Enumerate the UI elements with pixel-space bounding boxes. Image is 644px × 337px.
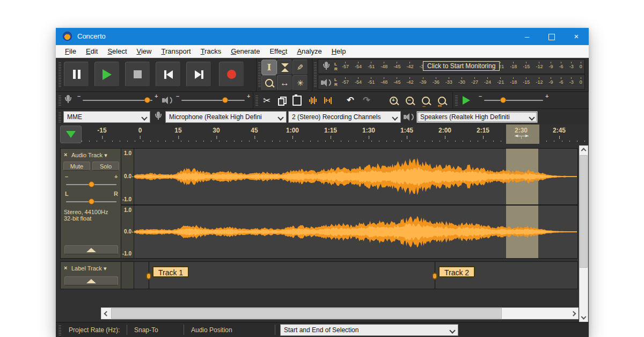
playback-meter[interactable]: LR -57-54-51-48-45-42-39-36-33-30-27-24-… bbox=[318, 75, 585, 90]
fit-project-button[interactable]: ⇿ bbox=[435, 93, 449, 107]
playback-device-dropdown[interactable]: Speakers (Realtek High Definiti bbox=[416, 111, 538, 123]
meter-scale-number: -42 bbox=[406, 62, 413, 69]
menu-generate[interactable]: Generate bbox=[226, 47, 265, 55]
stop-button[interactable] bbox=[125, 62, 150, 87]
toolbar-grip[interactable] bbox=[258, 62, 261, 87]
menu-effect[interactable]: Effect bbox=[265, 47, 292, 55]
waveform-left-channel[interactable] bbox=[134, 149, 577, 204]
copy-button[interactable] bbox=[275, 93, 289, 107]
toolbar-grip[interactable] bbox=[255, 95, 258, 106]
track-canvas[interactable]: × Audio Track ▾ Mute Solo – + L R Stereo… bbox=[56, 144, 589, 322]
playback-volume-slider[interactable] bbox=[181, 100, 245, 101]
label-marker-icon[interactable] bbox=[146, 273, 151, 280]
scroll-left-arrow[interactable] bbox=[101, 308, 111, 319]
slider-knob[interactable] bbox=[144, 97, 150, 103]
menu-view[interactable]: View bbox=[132, 47, 157, 55]
toolbar-grip[interactable] bbox=[58, 325, 61, 335]
play-at-speed-button[interactable] bbox=[459, 93, 473, 107]
meter-scale-number: -6 bbox=[559, 77, 564, 85]
trim-audio-button[interactable] bbox=[306, 93, 320, 107]
monitoring-tooltip[interactable]: Click to Start Monitoring bbox=[423, 61, 500, 71]
zoom-tool-button[interactable] bbox=[261, 75, 277, 91]
scrollbar-thumb[interactable] bbox=[111, 308, 502, 319]
zoom-in-button[interactable]: + bbox=[386, 93, 400, 107]
pause-button[interactable] bbox=[64, 62, 89, 87]
scroll-up-arrow[interactable] bbox=[580, 146, 588, 155]
collapse-icon bbox=[86, 248, 96, 252]
scroll-down-arrow[interactable] bbox=[580, 312, 588, 321]
recording-device-dropdown[interactable]: Microphone (Realtek High Defini bbox=[165, 111, 287, 123]
minimize-button[interactable]: – bbox=[515, 28, 539, 45]
title-bar[interactable]: Concerto – × bbox=[56, 28, 589, 45]
silence-audio-button[interactable] bbox=[321, 93, 335, 107]
slider-knob[interactable] bbox=[222, 97, 228, 103]
collapse-track-button[interactable] bbox=[64, 245, 118, 254]
label-text-box[interactable]: Track 1 bbox=[152, 266, 189, 277]
skip-to-start-button[interactable] bbox=[156, 62, 181, 87]
play-button[interactable] bbox=[94, 62, 120, 87]
toolbar-grip[interactable] bbox=[58, 95, 61, 106]
label-text-box[interactable]: Track 2 bbox=[438, 266, 475, 277]
label-track-panel: × Label Track ▾ bbox=[60, 261, 121, 289]
label-marker-icon[interactable] bbox=[432, 273, 437, 280]
menu-help[interactable]: Help bbox=[327, 47, 351, 55]
maximize-button[interactable] bbox=[539, 28, 564, 45]
zoom-out-button[interactable]: − bbox=[402, 93, 416, 107]
timeshift-tool-button[interactable]: ↔ bbox=[277, 75, 292, 91]
horizontal-scrollbar[interactable] bbox=[101, 307, 579, 319]
gain-slider[interactable] bbox=[66, 184, 116, 185]
pan-slider[interactable] bbox=[66, 201, 116, 202]
slider-knob[interactable] bbox=[89, 181, 94, 187]
label-track-area[interactable]: Track 1Track 2 bbox=[134, 261, 578, 289]
collapse-track-button[interactable] bbox=[64, 276, 118, 285]
toolbar-grip[interactable] bbox=[58, 112, 61, 122]
slider-knob[interactable] bbox=[89, 199, 94, 204]
pinned-play-head-button[interactable] bbox=[60, 126, 82, 143]
close-button[interactable]: × bbox=[564, 28, 589, 45]
playback-speed-slider[interactable] bbox=[484, 100, 543, 101]
record-button[interactable] bbox=[219, 62, 244, 87]
multi-tool-button[interactable]: ✳ bbox=[292, 75, 308, 91]
skip-to-end-button[interactable] bbox=[186, 62, 211, 87]
slider-knob[interactable] bbox=[500, 97, 506, 103]
track-title-menu[interactable]: Label Track ▾ bbox=[71, 265, 106, 272]
timeline-ruler[interactable]: ↔ -1501530451:001:151:301:452:002:152:30… bbox=[56, 124, 589, 144]
toolbar-grip[interactable] bbox=[455, 95, 458, 106]
waveform-right-channel[interactable] bbox=[134, 206, 577, 258]
timeline-label: 1:15 bbox=[324, 127, 337, 134]
menu-file[interactable]: File bbox=[60, 47, 81, 55]
solo-button[interactable]: Solo bbox=[92, 162, 119, 171]
recording-channels-dropdown[interactable]: 2 (Stereo) Recording Channels bbox=[288, 111, 401, 123]
selection-tool-button[interactable]: I bbox=[261, 60, 277, 75]
cut-button[interactable]: ✂ bbox=[260, 93, 274, 107]
track-close-button[interactable]: × bbox=[64, 265, 67, 271]
track-title-menu[interactable]: Audio Track ▾ bbox=[71, 152, 107, 159]
scroll-right-arrow[interactable] bbox=[568, 308, 578, 319]
menu-select[interactable]: Select bbox=[103, 47, 131, 55]
mute-button[interactable]: Mute bbox=[63, 162, 90, 171]
app-icon bbox=[63, 32, 72, 41]
paste-button[interactable] bbox=[290, 93, 304, 107]
track-close-button[interactable]: × bbox=[64, 151, 67, 158]
timeshift-icon: ↔ bbox=[280, 78, 289, 87]
waveform-channel-1[interactable] bbox=[134, 148, 578, 205]
fit-selection-button[interactable]: ↔ bbox=[419, 93, 433, 107]
toolbar-grip[interactable] bbox=[314, 62, 317, 87]
envelope-tool-button[interactable] bbox=[277, 60, 292, 75]
draw-tool-button[interactable]: ✎ bbox=[292, 60, 308, 75]
time-ruler[interactable]: ↔ -1501530451:001:151:301:452:002:152:30… bbox=[82, 124, 586, 144]
scrollbar-thumb[interactable] bbox=[580, 155, 588, 268]
menu-edit[interactable]: Edit bbox=[81, 47, 103, 55]
undo-button[interactable]: ↶ bbox=[343, 93, 357, 107]
menu-transport[interactable]: Transport bbox=[156, 47, 195, 55]
play-icon bbox=[103, 69, 112, 80]
record-volume-slider[interactable] bbox=[83, 100, 152, 101]
menu-tracks[interactable]: Tracks bbox=[196, 47, 226, 55]
vertical-scrollbar[interactable] bbox=[579, 145, 588, 322]
audio-host-dropdown[interactable]: MME bbox=[63, 111, 150, 123]
toolbar-grip[interactable] bbox=[58, 62, 61, 87]
redo-button[interactable]: ↷ bbox=[360, 93, 374, 107]
menu-analyze[interactable]: Analyze bbox=[292, 47, 326, 55]
waveform-channel-2[interactable] bbox=[134, 205, 578, 259]
selection-format-dropdown[interactable]: Start and End of Selection bbox=[280, 324, 458, 336]
